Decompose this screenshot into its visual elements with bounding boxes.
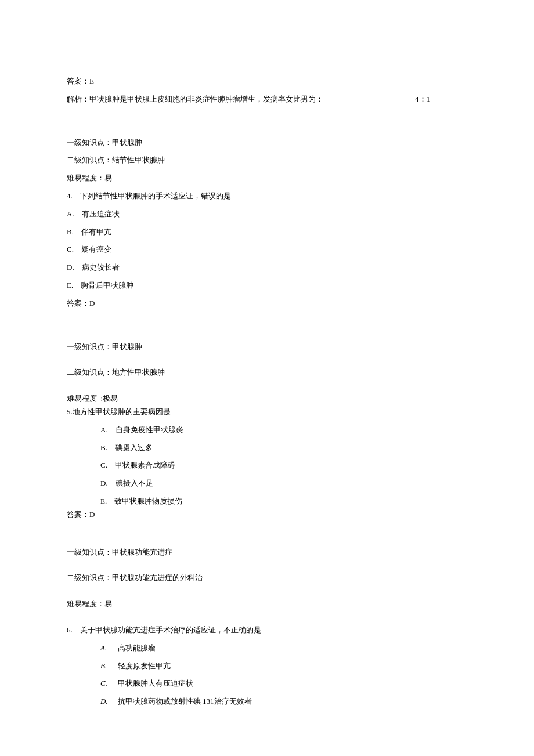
kp-level-2: 二级知识点：甲状腺功能亢进症的外科治 bbox=[67, 572, 467, 584]
option-row: D. 碘摄入不足 bbox=[67, 478, 467, 490]
option-row: E. 胸骨后甲状腺肿 bbox=[67, 280, 467, 292]
option-label: D. bbox=[100, 479, 108, 487]
document-page: 答案：E 解析：甲状腺肿是甲状腺上皮细胞的非炎症性肺肿瘤增生，发病率女比男为： … bbox=[0, 0, 534, 756]
option-row: A. 有压迫症状 bbox=[67, 208, 467, 220]
option-text: 轻度原发性甲亢 bbox=[118, 661, 171, 670]
option-label: B. bbox=[100, 443, 107, 452]
option-row: B. 轻度原发性甲亢 bbox=[67, 660, 467, 672]
option-text: 自身免疫性甲状腺炎 bbox=[116, 425, 183, 434]
question-text: 关于甲状腺功能亢进症手术治疗的适应证，不正确的是 bbox=[80, 625, 261, 634]
option-label: C. bbox=[100, 461, 107, 469]
option-label: C. bbox=[67, 245, 74, 254]
option-label: B. bbox=[100, 660, 112, 672]
option-text: 胸骨后甲状腺肿 bbox=[81, 281, 134, 290]
kp-level-2: 二级知识点：结节性甲状腺肿 bbox=[67, 154, 467, 167]
kp-level-1: 一级知识点：甲状腺功能亢进症 bbox=[67, 547, 467, 559]
answer-line: 答案：E bbox=[67, 75, 467, 88]
kp-level-1: 一级知识点：甲状腺肿 bbox=[67, 341, 467, 353]
option-text: 甲状腺素合成障碍 bbox=[115, 461, 175, 469]
option-label: D. bbox=[100, 696, 112, 708]
answer-line: 答案：D bbox=[67, 298, 467, 310]
option-text: 病史较长者 bbox=[82, 263, 120, 272]
option-label: A. bbox=[67, 209, 74, 218]
kp-level-1: 一级知识点：甲状腺肿 bbox=[67, 137, 467, 149]
question-stem: 4. 下列结节性甲状腺肿的手术适应证，错误的是 bbox=[67, 190, 467, 202]
option-text: 致甲状腺肿物质损伤 bbox=[114, 497, 182, 505]
question-stem: 6. 关于甲状腺功能亢进症手术治疗的适应证，不正确的是 bbox=[67, 624, 467, 636]
kp-level-2: 二级知识点：地方性甲状腺肿 bbox=[67, 367, 467, 379]
option-text: 有压迫症状 bbox=[82, 209, 120, 218]
option-row: C. 甲状腺素合成障碍 bbox=[67, 460, 467, 472]
option-label: E. bbox=[100, 497, 107, 505]
option-text: 碘摄入不足 bbox=[116, 479, 153, 487]
question-number: 6. bbox=[67, 625, 73, 634]
question-stem: 5.地方性甲状腺肿的主要病因是 bbox=[67, 406, 467, 418]
option-row: B. 伴有甲亢 bbox=[67, 226, 467, 238]
option-label: B. bbox=[67, 227, 74, 236]
difficulty-label: 难易程度 bbox=[67, 394, 97, 403]
answer-line: 答案：D bbox=[67, 509, 467, 521]
ratio-value: 4：1 bbox=[415, 93, 467, 106]
difficulty-line: 难易程度 :极易 bbox=[67, 393, 467, 405]
option-text: 甲状腺肿大有压迫症状 bbox=[118, 679, 193, 688]
difficulty-value: :极易 bbox=[101, 394, 118, 403]
option-row: A. 自身免疫性甲状腺炎 bbox=[67, 424, 467, 436]
option-row: C. 甲状腺肿大有压迫症状 bbox=[67, 678, 467, 690]
option-label: E. bbox=[67, 281, 73, 290]
option-row: E. 致甲状腺肿物质损伤 bbox=[67, 495, 467, 508]
option-row: D. 抗甲状腺药物或放射性碘 131治疗无效者 bbox=[67, 696, 467, 708]
option-text: 高功能腺瘤 bbox=[118, 643, 156, 652]
option-label: A. bbox=[100, 425, 108, 434]
option-row: D. 病史较长者 bbox=[67, 262, 467, 274]
option-label: A. bbox=[100, 642, 112, 654]
option-text: 伴有甲亢 bbox=[81, 227, 111, 236]
difficulty-line: 难易程度：易 bbox=[67, 172, 467, 185]
explanation-line: 解析：甲状腺肿是甲状腺上皮细胞的非炎症性肺肿瘤增生，发病率女比男为： 4：1 bbox=[67, 93, 467, 106]
option-row: B. 碘摄入过多 bbox=[67, 442, 467, 454]
question-text: 下列结节性甲状腺肿的手术适应证，错误的是 bbox=[80, 191, 231, 200]
option-text: 疑有癌变 bbox=[81, 245, 111, 254]
explanation-text: 解析：甲状腺肿是甲状腺上皮细胞的非炎症性肺肿瘤增生，发病率女比男为： bbox=[67, 93, 323, 106]
option-row: C. 疑有癌变 bbox=[67, 244, 467, 256]
difficulty-line: 难易程度：易 bbox=[67, 598, 467, 610]
question-number: 4. bbox=[67, 191, 73, 200]
option-text: 碘摄入过多 bbox=[115, 443, 153, 452]
option-label: C. bbox=[100, 678, 112, 690]
option-row: A. 高功能腺瘤 bbox=[67, 642, 467, 654]
option-label: D. bbox=[67, 263, 74, 272]
option-text: 抗甲状腺药物或放射性碘 131治疗无效者 bbox=[118, 697, 252, 706]
